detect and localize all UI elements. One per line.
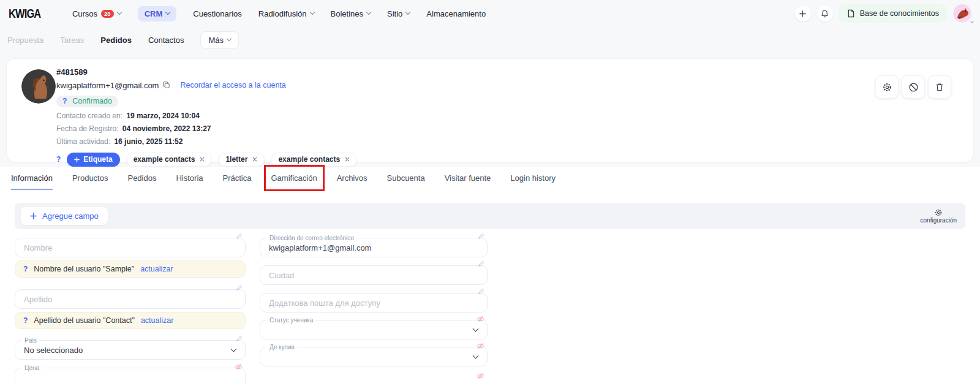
block-contact-button[interactable] [902,75,925,99]
field-apellido [15,289,246,309]
field-email: Dirección de correo electrónico [260,238,488,257]
eye-slash-icon[interactable] [477,341,484,352]
register-label: Fecha de Registro: [56,124,118,133]
tag-label: 1letter [225,155,247,164]
subnav-more-button[interactable]: Más [200,31,239,49]
annotation-highlight-box [264,165,325,191]
copy-icon[interactable] [162,81,170,91]
tab-pedidos[interactable]: Pedidos [127,173,156,190]
nav-item-sitio[interactable]: Sitio [387,9,410,18]
plus-icon [74,157,80,162]
subnav-item-pedidos[interactable]: Pedidos [100,36,132,45]
nav-item-label: Almacenamiento [426,9,486,18]
fields-toolbar: Agregue campo configuración [15,203,965,229]
ciudad-input[interactable] [260,266,487,284]
precio-input[interactable] [15,368,245,383]
help-icon[interactable]: ? [62,97,67,105]
chevron-down-icon [405,10,410,15]
dog-photo [21,69,56,104]
pencil-icon[interactable] [478,259,484,270]
tab-informacion[interactable]: Información [11,173,53,190]
apellido-input[interactable] [15,290,245,308]
alert-text: Apellido del usuario "Contact" [34,316,135,325]
nav-item-label: Radiodifusión [258,9,307,18]
field-label: Де купив [266,343,298,351]
tag-chip[interactable]: example contacts [126,153,213,167]
status-badge: ? Confirmado [56,96,118,107]
contact-created-row: Contacto creado en: 19 marzo, 2024 10:04 [56,112,357,120]
form-column-right: Dirección de correo electrónico Статус у… [260,234,488,383]
nav-item-radiodifusion[interactable]: Radiodifusión [258,9,314,18]
field-extra-mail [260,293,488,313]
document-icon [847,9,855,18]
activity-label: Última actividad: [56,137,110,146]
pencil-icon[interactable] [236,283,243,294]
chevron-down-icon [970,20,974,23]
nav-item-label: Cursos [72,9,97,18]
eye-slash-icon[interactable] [235,362,243,373]
field-label: Цена [21,364,42,372]
tab-historia[interactable]: Historia [176,173,203,190]
fields-settings-button[interactable]: configuración [921,208,957,224]
gear-icon [882,82,892,93]
nav-item-almacenamiento[interactable]: Almacenamiento [426,9,486,18]
help-icon[interactable]: ? [56,155,61,164]
subnav-item-tareas[interactable]: Tareas [60,36,84,45]
pais-select[interactable]: No seleccionado [15,341,245,359]
subnav-item-propuesta[interactable]: Propuesta [7,36,43,45]
tab-gamificacion[interactable]: Gamificación [271,173,317,190]
tab-archivos[interactable]: Archivos [337,173,368,190]
alert-nombre-sync: ? Nombre del usuario "Sample" actualizar [15,260,246,278]
tag-chip[interactable]: 1letter [218,153,265,167]
delete-contact-button[interactable] [928,75,951,99]
nav-item-crm[interactable]: CRM [138,6,177,21]
extra-mail-input[interactable] [260,294,487,312]
field-label: Dirección de correo electrónico [266,234,357,242]
knowledge-base-button[interactable]: Base de conocimientos [839,4,947,23]
subnav-item-contactos[interactable]: Contactos [148,36,184,45]
knowledge-base-label: Base de conocimientos [860,9,939,18]
user-avatar [953,4,971,23]
nombre-input[interactable] [15,238,245,257]
remind-access-link[interactable]: Recordar el acceso a la cuenta [180,81,285,89]
close-icon[interactable] [252,157,257,162]
nav-item-cursos[interactable]: Cursos 20 [72,9,121,18]
tab-subcuenta[interactable]: Subcuenta [387,173,425,190]
eye-slash-icon[interactable] [477,314,484,325]
trash-icon [935,82,944,92]
help-icon[interactable]: ? [23,265,28,273]
add-tag-button[interactable]: Etiqueta [67,153,119,167]
nav-item-boletines[interactable]: Boletines [331,9,371,18]
pencil-icon[interactable] [236,333,243,344]
tab-practica[interactable]: Práctica [223,173,252,190]
add-field-button[interactable]: Agregue campo [21,207,108,225]
main-nav: Cursos 20 CRM Cuestionarios Radiodifusió… [72,6,486,21]
tab-productos[interactable]: Productos [72,173,108,190]
pencil-icon[interactable] [478,286,484,297]
kwiga-logo[interactable]: KWIGA [9,7,40,21]
actualizar-link[interactable]: actualizar [141,316,174,325]
notifications-button[interactable] [817,6,833,21]
user-menu[interactable] [953,4,971,23]
ban-icon [908,82,919,93]
tab-visitar-fuente[interactable]: Visitar fuente [445,173,491,190]
close-icon[interactable] [345,157,350,162]
pencil-icon[interactable] [236,231,243,242]
contact-email: kwigaplatform+1@gmail.com [56,81,159,90]
created-value: 19 marzo, 2024 10:04 [126,112,199,120]
close-icon[interactable] [200,157,205,162]
help-icon[interactable]: ? [23,316,28,325]
actualizar-link[interactable]: actualizar [140,265,173,273]
pencil-icon[interactable] [478,231,484,242]
form-column-left: ? Nombre del usuario "Sample" actualizar… [15,234,246,383]
topbar-actions: Base de conocimientos [795,4,971,23]
tab-login-history[interactable]: Login history [510,173,556,190]
add-field-label: Agregue campo [42,211,99,221]
nav-item-cuestionarios[interactable]: Cuestionarios [193,9,242,18]
contact-tabs: Información Productos Pedidos Historia P… [11,173,556,190]
eye-slash-icon[interactable] [477,371,484,382]
add-button[interactable] [795,6,811,21]
contact-settings-button[interactable] [875,75,899,99]
cardinal-bird-avatar [953,4,971,23]
contact-card: #481589 kwigaplatform+1@gmail.com Record… [6,58,974,162]
